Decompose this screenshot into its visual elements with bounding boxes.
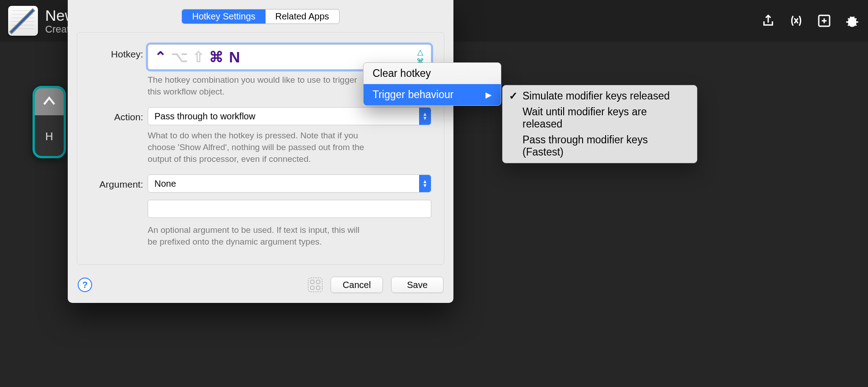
command-mod-icon: ⌘ — [209, 48, 224, 66]
submenu-arrow-icon: ▶ — [485, 90, 492, 100]
select-caret-icon: ▲▼ — [419, 108, 431, 125]
shift-mod-icon: ⇧ — [192, 48, 205, 66]
svg-point-1 — [849, 18, 856, 26]
add-icon[interactable] — [817, 13, 832, 28]
menu-clear-hotkey-label: Clear hotkey — [373, 67, 431, 80]
hotkey-key: N — [229, 48, 240, 66]
action-label: Action: — [90, 107, 148, 123]
grid-icon[interactable] — [308, 278, 322, 292]
submenu-simulate-released[interactable]: Simulate modifier keys released — [503, 88, 697, 104]
menu-trigger-behaviour[interactable]: Trigger behaviour ▶ — [364, 84, 501, 105]
menu-clear-hotkey[interactable]: Clear hotkey — [364, 63, 501, 84]
action-select-value: Pass through to workflow — [154, 111, 255, 122]
action-select[interactable]: Pass through to workflow ▲▼ — [148, 107, 431, 125]
cancel-button[interactable]: Cancel — [331, 277, 383, 293]
dialog-footer: ? Cancel Save — [68, 269, 453, 303]
action-hint: What to do when the hotkey is pressed. N… — [148, 130, 364, 165]
workflow-node-label: H — [35, 115, 64, 158]
submenu-pass-through[interactable]: Pass through modifier keys (Fastest) — [503, 132, 697, 160]
save-button[interactable]: Save — [391, 277, 443, 293]
argument-select-value: None — [154, 179, 176, 189]
share-icon[interactable] — [761, 13, 776, 28]
hotkey-context-menu: Clear hotkey Trigger behaviour ▶ — [363, 62, 501, 106]
app-icon — [8, 6, 38, 36]
hotkey-modifiers: ⌃ ⌥ ⇧ ⌘ — [154, 48, 224, 66]
workflow-node-hotkey[interactable]: H — [33, 86, 66, 158]
argument-select[interactable]: None ▲▼ — [148, 175, 431, 193]
hotkey-hint: The hotkey combination you would like to… — [148, 74, 364, 97]
select-caret-icon: ▲▼ — [419, 175, 431, 192]
tab-related-apps[interactable]: Related Apps — [266, 9, 339, 24]
trigger-behaviour-submenu: Simulate modifier keys released Wait unt… — [502, 85, 697, 163]
argument-hint: An optional argument to be used. If text… — [148, 224, 364, 247]
control-mod-icon: ⌃ — [154, 48, 167, 66]
variables-icon[interactable] — [789, 13, 804, 28]
menu-trigger-behaviour-label: Trigger behaviour — [373, 89, 453, 101]
dialog-tabs: Hotkey Settings Related Apps — [182, 9, 339, 24]
control-mod-icon — [35, 88, 64, 115]
argument-text-input[interactable] — [148, 200, 431, 218]
submenu-wait-released[interactable]: Wait until modifier keys are released — [503, 104, 697, 132]
help-button[interactable]: ? — [78, 278, 92, 292]
hotkey-dialog: Hotkey Settings Related Apps Hotkey: ⌃ ⌥… — [68, 0, 453, 303]
tab-hotkey-settings[interactable]: Hotkey Settings — [182, 9, 265, 24]
debug-icon[interactable] — [845, 13, 860, 28]
option-mod-icon: ⌥ — [171, 48, 188, 66]
hotkey-label: Hotkey: — [90, 44, 148, 60]
argument-label: Argument: — [90, 175, 148, 190]
